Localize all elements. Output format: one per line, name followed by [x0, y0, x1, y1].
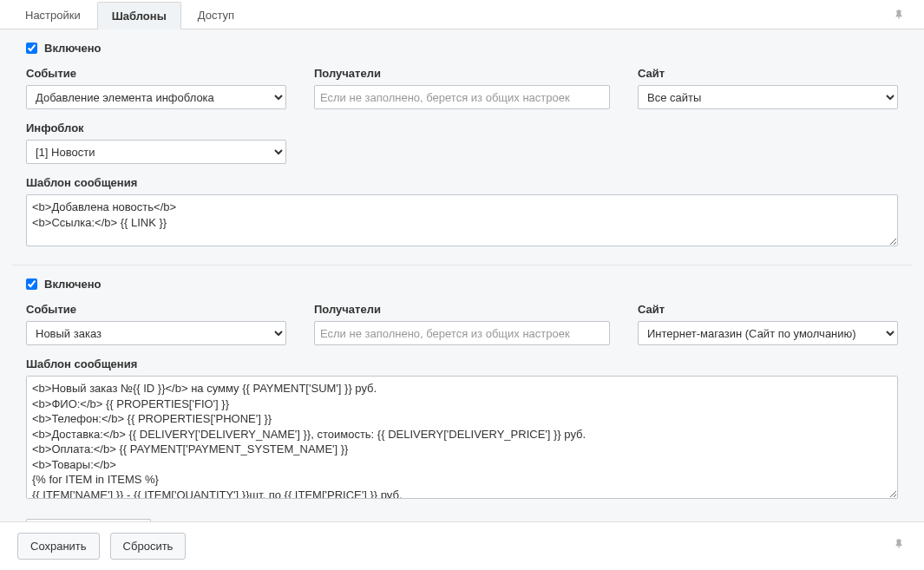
tab-templates[interactable]: Шаблоны	[97, 2, 181, 29]
tab-access[interactable]: Доступ	[183, 1, 249, 29]
save-label: Сохранить	[30, 540, 87, 553]
reset-label: Сбросить	[123, 540, 174, 553]
site-label: Сайт	[638, 67, 898, 80]
event-select[interactable]: Новый заказ	[26, 321, 286, 345]
infoblock-select[interactable]: [1] Новости	[26, 140, 286, 164]
message-template-textarea[interactable]	[26, 194, 898, 246]
message-template-label: Шаблон сообщения	[26, 357, 898, 370]
event-select[interactable]: Добавление элемента инфоблока	[26, 85, 286, 109]
footer-bar: Сохранить Сбросить	[0, 521, 924, 570]
site-select[interactable]: Интернет-магазин (Сайт по умолчанию)	[638, 321, 898, 345]
pin-icon[interactable]	[893, 538, 905, 553]
recipients-label: Получатели	[314, 67, 610, 80]
event-label: Событие	[26, 303, 286, 316]
content-scroll[interactable]: Включено Событие Добавление элемента инф…	[0, 29, 924, 521]
pin-icon[interactable]	[893, 9, 905, 23]
template-block: Включено Событие Добавление элемента инф…	[12, 29, 912, 265]
infoblock-label: Инфоблок	[26, 121, 286, 134]
reset-button[interactable]: Сбросить	[110, 533, 187, 560]
template-block: Включено Событие Новый заказ Получатели	[12, 265, 912, 517]
recipients-label: Получатели	[314, 303, 610, 316]
message-template-label: Шаблон сообщения	[26, 176, 898, 189]
tab-bar: Настройки Шаблоны Доступ	[0, 0, 924, 29]
tab-settings[interactable]: Настройки	[10, 1, 95, 29]
tab-access-label: Доступ	[198, 9, 234, 22]
enabled-label: Включено	[44, 42, 102, 55]
tab-templates-label: Шаблоны	[112, 10, 167, 23]
recipients-input[interactable]	[314, 85, 610, 109]
recipients-input[interactable]	[314, 321, 610, 345]
save-button[interactable]: Сохранить	[17, 533, 100, 560]
site-select[interactable]: Все сайты	[638, 85, 898, 109]
site-label: Сайт	[638, 303, 898, 316]
tab-settings-label: Настройки	[25, 9, 81, 22]
enabled-checkbox[interactable]	[26, 278, 37, 290]
event-label: Событие	[26, 67, 286, 80]
enabled-label: Включено	[44, 278, 102, 291]
enabled-checkbox[interactable]	[26, 43, 37, 54]
message-template-textarea[interactable]	[26, 376, 898, 499]
